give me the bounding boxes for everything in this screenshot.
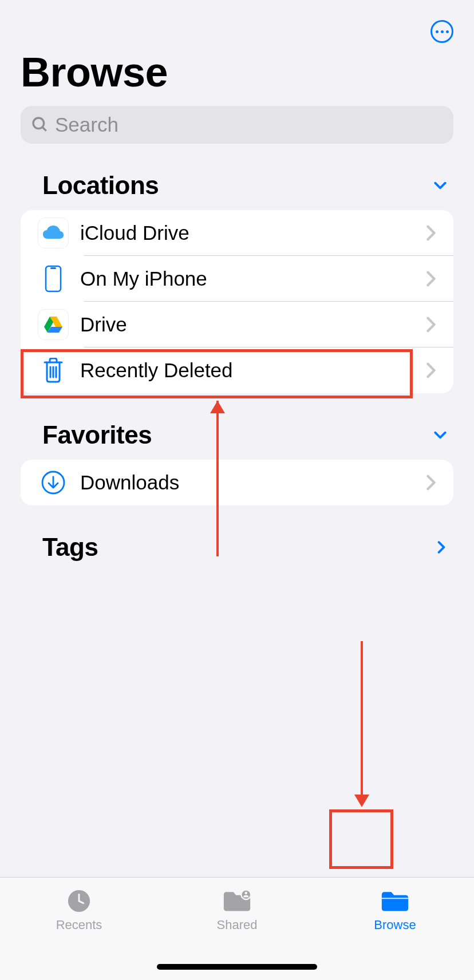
list-item-label: On My iPhone <box>80 267 426 290</box>
svg-line-1 <box>42 127 46 131</box>
list-item-label: Drive <box>80 313 426 336</box>
location-item-icloud[interactable]: iCloud Drive <box>21 210 453 256</box>
favorites-list: Downloads <box>21 460 453 505</box>
svg-rect-2 <box>46 266 61 291</box>
tags-title: Tags <box>42 533 98 562</box>
tab-browse[interactable]: Browse <box>338 889 452 932</box>
chevron-down-icon <box>433 428 448 442</box>
svg-point-10 <box>241 890 251 900</box>
more-dot-icon <box>441 30 444 33</box>
icloud-icon <box>38 218 69 248</box>
download-icon <box>38 467 69 498</box>
list-item-label: Downloads <box>80 471 426 494</box>
more-options-button[interactable] <box>430 20 453 43</box>
chevron-right-icon <box>426 362 436 378</box>
chevron-right-icon <box>426 271 436 287</box>
location-item-gdrive[interactable]: Drive <box>21 302 453 347</box>
tab-label: Browse <box>374 918 416 932</box>
more-dot-icon <box>436 30 439 33</box>
chevron-right-icon <box>426 317 436 333</box>
chevron-right-icon <box>426 225 436 241</box>
shared-folder-icon <box>223 889 251 913</box>
clock-icon <box>65 889 93 913</box>
iphone-icon <box>38 263 69 294</box>
locations-section-header[interactable]: Locations <box>0 144 474 210</box>
chevron-right-icon <box>426 475 436 491</box>
annotation-arrow-head <box>354 795 369 807</box>
svg-point-11 <box>244 892 247 895</box>
locations-title: Locations <box>42 171 159 200</box>
gdrive-icon <box>38 309 69 340</box>
tab-label: Recents <box>56 918 102 932</box>
tab-recents[interactable]: Recents <box>22 889 136 932</box>
svg-point-0 <box>33 118 44 129</box>
favorite-item-downloads[interactable]: Downloads <box>21 460 453 505</box>
chevron-right-icon <box>435 541 448 554</box>
location-item-iphone[interactable]: On My iPhone <box>21 256 453 302</box>
location-item-recently-deleted[interactable]: Recently Deleted <box>21 347 453 393</box>
chevron-down-icon <box>433 178 448 193</box>
list-item-label: Recently Deleted <box>80 359 426 382</box>
search-icon <box>31 116 49 134</box>
favorites-title: Favorites <box>42 421 152 449</box>
more-dot-icon <box>446 30 449 33</box>
folder-icon <box>381 889 409 913</box>
tab-label: Shared <box>217 918 258 932</box>
home-indicator[interactable] <box>157 964 317 970</box>
page-title: Browse <box>0 43 474 106</box>
annotation-arrow <box>361 641 363 803</box>
search-input[interactable] <box>55 113 443 136</box>
tags-section-header[interactable]: Tags <box>0 505 474 572</box>
locations-list: iCloud Drive On My iPhone <box>21 210 453 393</box>
annotation-highlight-browse-tab <box>329 809 393 869</box>
favorites-section-header[interactable]: Favorites <box>0 393 474 460</box>
list-item-label: iCloud Drive <box>80 222 426 244</box>
annotation-arrow-head <box>210 401 225 413</box>
svg-rect-3 <box>50 267 56 269</box>
search-bar[interactable] <box>21 106 453 144</box>
tab-shared[interactable]: Shared <box>180 889 294 932</box>
trash-icon <box>38 355 69 386</box>
